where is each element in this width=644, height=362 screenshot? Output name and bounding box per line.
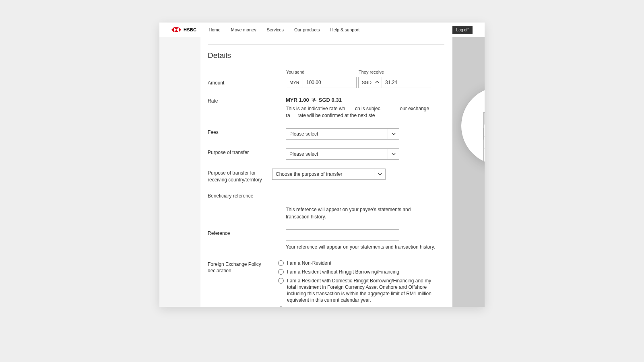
radio-resident-exceeds-limit[interactable] xyxy=(278,306,284,307)
brand-text: HSBC xyxy=(184,27,196,32)
you-send-box: MYR xyxy=(286,77,357,88)
logoff-button[interactable]: Log off xyxy=(452,26,473,34)
chevron-down-icon xyxy=(388,129,399,139)
label-they-receive: They receive xyxy=(358,70,432,74)
radio-label: I am a Resident with Domestic Ringgit Bo… xyxy=(287,278,432,304)
magnifier-lens: 24264 xyxy=(461,87,485,165)
receive-amount-input[interactable] xyxy=(382,77,430,88)
currency-option-bnd[interactable]: BND xyxy=(484,149,485,161)
purpose-receiving-value: Choose the purpose of transfer xyxy=(276,171,342,177)
send-amount-input[interactable] xyxy=(303,77,351,88)
row-fees: Fees Please select xyxy=(208,128,444,140)
fees-select-value: Please select xyxy=(289,131,318,137)
label-purpose: Purpose of transfer xyxy=(208,148,286,155)
swap-icon xyxy=(312,97,316,103)
row-amount: Amount You send MYR They rec xyxy=(208,70,444,88)
hsbc-hex-icon xyxy=(171,27,181,32)
fep-option-3: I am a Resident with Domestic Ringgit Bo… xyxy=(278,278,444,304)
label-fees: Fees xyxy=(208,128,286,135)
chevron-down-icon xyxy=(374,169,385,179)
nav-our-products[interactable]: Our products xyxy=(294,27,320,32)
radio-resident-no-borrowing[interactable] xyxy=(278,269,284,275)
nav-help-support[interactable]: Help & support xyxy=(330,27,359,32)
beneficiary-ref-input[interactable] xyxy=(286,192,399,203)
content-shell: Details Amount You send MYR xyxy=(159,37,452,307)
radio-label: I am a Non-Resident xyxy=(287,260,331,266)
svg-marker-1 xyxy=(179,27,181,32)
svg-marker-0 xyxy=(171,27,174,32)
fep-option-4: I am a Resident with Domestic Ringgit Bo… xyxy=(278,306,444,307)
radio-label: I am a Resident with Domestic Ringgit Bo… xyxy=(287,306,432,307)
purpose-select[interactable]: Please select xyxy=(286,148,399,160)
row-beneficiary-ref: Beneficiary reference This reference wil… xyxy=(208,192,444,220)
radio-non-resident[interactable] xyxy=(278,260,284,266)
chevron-down-icon xyxy=(388,149,399,159)
label-rate: Rate xyxy=(208,97,286,104)
currency-option-aed[interactable]: AED xyxy=(484,125,485,137)
brand-logo: HSBC xyxy=(171,27,196,32)
left-gutter xyxy=(159,37,200,307)
main-panel: Details Amount You send MYR xyxy=(200,37,452,307)
fep-option-2: I am a Resident without Ringgit Borrowin… xyxy=(278,269,444,275)
send-currency-label: MYR xyxy=(286,77,303,88)
nav-move-money[interactable]: Move money xyxy=(231,27,256,32)
fees-select[interactable]: Please select xyxy=(286,128,399,140)
section-title: Details xyxy=(208,51,444,60)
currency-option-aud[interactable]: AUD xyxy=(484,137,485,149)
primary-nav: Home Move money Services Our products He… xyxy=(208,27,359,32)
receive-currency-value: SGD xyxy=(362,80,372,85)
label-beneficiary-ref: Beneficiary reference xyxy=(208,192,286,199)
fep-option-1: I am a Non-Resident xyxy=(278,260,444,266)
chevron-up-icon xyxy=(375,80,379,85)
radio-resident-within-limit[interactable] xyxy=(278,278,284,284)
label-fep: Foreign Exchange Policy declaration xyxy=(208,260,278,275)
lens-rate-rest: 24264 xyxy=(469,96,485,102)
label-reference: Reference xyxy=(208,229,286,236)
purpose-receiving-select[interactable]: Choose the purpose of transfer xyxy=(272,169,386,180)
reference-input[interactable] xyxy=(286,229,399,241)
beneficiary-ref-help: This reference will appear on your payee… xyxy=(286,206,419,220)
purpose-select-value: Please select xyxy=(289,151,318,157)
currency-option-sgd[interactable]: SGD xyxy=(484,113,485,125)
radio-label: I am a Resident without Ringgit Borrowin… xyxy=(287,269,399,275)
top-bar: HSBC Home Move money Services Our produc… xyxy=(159,23,485,37)
label-amount: Amount xyxy=(208,70,286,86)
nav-home[interactable]: Home xyxy=(208,27,220,32)
label-you-send: You send xyxy=(286,70,357,74)
row-purpose-receiving: Purpose of transfer for receiving countr… xyxy=(208,169,444,183)
rate-line: MYR 1.00 SGD 0.31 xyxy=(286,97,444,103)
row-reference: Reference Your reference will appear on … xyxy=(208,229,444,251)
svg-marker-2 xyxy=(174,27,179,30)
nav-services[interactable]: Services xyxy=(267,27,284,32)
row-fep: Foreign Exchange Policy declaration I am… xyxy=(208,260,444,307)
svg-marker-3 xyxy=(174,30,179,32)
currency-dropdown: SGD AED AUD BND xyxy=(483,112,485,161)
divider xyxy=(208,44,444,45)
rate-to: SGD 0.31 xyxy=(319,97,342,103)
rate-from: MYR 1.00 xyxy=(286,97,309,103)
row-purpose: Purpose of transfer Please select xyxy=(208,148,444,160)
row-rate: Rate MYR 1.00 SGD 0.31 This is an indica… xyxy=(208,97,444,119)
rate-desc: This is an indicative rate wh xxx ch is … xyxy=(286,105,431,119)
they-receive-box: SGD xyxy=(358,77,432,88)
label-purpose-receiving: Purpose of transfer for receiving countr… xyxy=(208,169,272,183)
app-window: HSBC Home Move money Services Our produc… xyxy=(159,23,485,307)
receive-currency-select[interactable]: SGD xyxy=(359,77,382,88)
reference-help: Your reference will appear on your state… xyxy=(286,244,444,251)
resize-corner-icon xyxy=(469,140,485,147)
